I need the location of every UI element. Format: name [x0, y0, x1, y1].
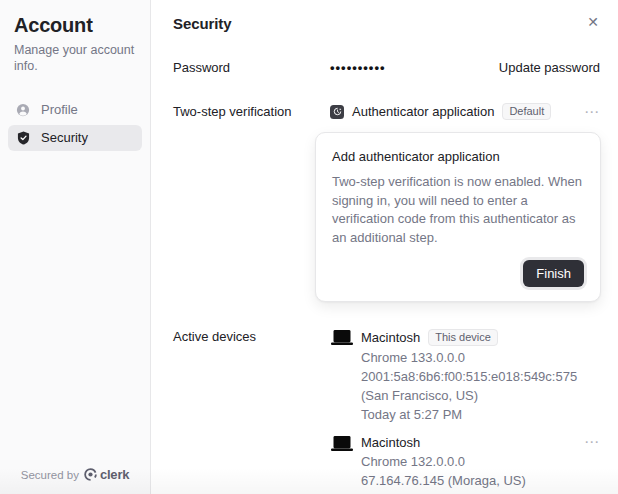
dialog-actions: Finish [332, 260, 584, 287]
password-masked-value: •••••••••• [330, 60, 499, 75]
security-panel: Security ✕ Password •••••••••• Update pa… [151, 0, 618, 494]
close-icon[interactable]: ✕ [582, 11, 604, 33]
sidebar-item-label: Security [41, 130, 88, 145]
device-info: Macintosh Chrome 132.0.0.0 67.164.76.145… [361, 435, 577, 494]
clerk-wordmark: clerk [100, 467, 129, 482]
active-devices-section: Active devices Macintosh This device [151, 315, 618, 494]
laptop-icon [330, 329, 354, 351]
two-step-section: Two-step verification Authenticator appl… [151, 89, 618, 315]
user-icon [16, 103, 30, 117]
device-ip-location: 2001:5a8:6b6:f00:515:e018:549c:575 (San … [361, 368, 600, 405]
device-name: Macintosh [361, 330, 420, 345]
secured-by-footer: Secured by clerk [0, 467, 150, 482]
device-row: Macintosh Chrome 132.0.0.0 67.164.76.145… [330, 435, 600, 494]
finish-button[interactable]: Finish [523, 260, 584, 287]
authenticator-method: Authenticator application Default [330, 103, 584, 120]
password-label: Password [173, 60, 330, 75]
password-row: Password •••••••••• Update password [151, 46, 618, 89]
default-badge: Default [502, 103, 551, 120]
device-last-active: Today at 5:27 PM [361, 406, 600, 424]
devices-list: Macintosh This device Chrome 133.0.0.0 2… [330, 329, 600, 494]
active-devices-label: Active devices [173, 329, 330, 344]
two-step-menu-icon[interactable]: ⋯ [584, 107, 600, 117]
authenticator-app-icon [330, 105, 344, 119]
laptop-icon [330, 435, 354, 457]
device-browser: Chrome 133.0.0.0 [361, 349, 600, 367]
update-password-button[interactable]: Update password [499, 60, 600, 75]
device-browser: Chrome 132.0.0.0 [361, 453, 577, 471]
device-row: Macintosh This device Chrome 133.0.0.0 2… [330, 329, 600, 425]
sidebar: Account Manage your account info. Profil… [0, 0, 151, 494]
shield-check-icon [16, 131, 30, 145]
dialog-title: Add authenticator application [332, 149, 584, 164]
dialog-body: Two-step verification is now enabled. Wh… [332, 173, 584, 248]
sidebar-item-profile[interactable]: Profile [8, 97, 142, 123]
secured-by-text: Secured by [21, 469, 79, 481]
device-ip-location: 67.164.76.145 (Moraga, US) [361, 472, 577, 490]
account-modal: Account Manage your account info. Profil… [0, 0, 618, 494]
sidebar-nav: Profile Security [8, 97, 142, 151]
sidebar-item-security[interactable]: Security [8, 125, 142, 151]
device-name: Macintosh [361, 435, 420, 450]
device-meta: Chrome 133.0.0.0 2001:5a8:6b6:f00:515:e0… [361, 349, 600, 425]
device-info: Macintosh This device Chrome 133.0.0.0 2… [361, 329, 600, 425]
clerk-logo: clerk [84, 467, 129, 482]
two-step-row: Two-step verification Authenticator appl… [151, 89, 618, 120]
authenticator-method-name: Authenticator application [352, 104, 494, 119]
sidebar-item-label: Profile [41, 102, 78, 117]
device-menu-icon[interactable]: ⋯ [584, 437, 600, 447]
page-subtitle: Manage your account info. [8, 37, 142, 75]
two-step-label: Two-step verification [173, 104, 330, 119]
device-meta: Chrome 132.0.0.0 67.164.76.145 (Moraga, … [361, 453, 577, 494]
this-device-badge: This device [428, 329, 498, 346]
panel-header: Security ✕ [151, 0, 618, 46]
page-title: Account [8, 14, 142, 37]
add-authenticator-dialog: Add authenticator application Two-step v… [315, 132, 601, 302]
panel-title: Security [173, 15, 231, 32]
clerk-logo-icon [84, 468, 97, 481]
